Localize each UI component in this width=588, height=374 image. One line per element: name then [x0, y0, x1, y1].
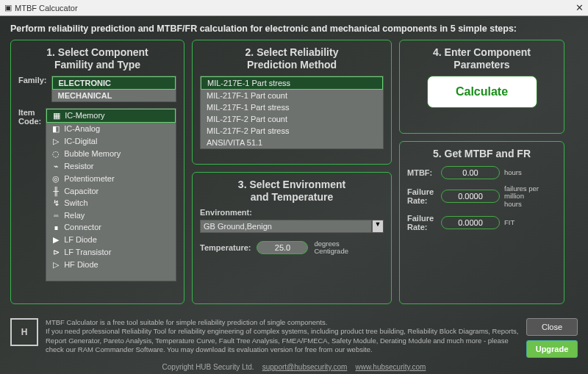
close-icon[interactable]: ✕	[576, 2, 584, 13]
method-mil217f2-count[interactable]: MIL-217F-2 Part count	[201, 113, 383, 125]
panel5-title: 5. Get MTBF and FR	[407, 148, 556, 160]
support-email-link[interactable]: support@hubsecurity.com	[262, 363, 348, 371]
environment-label: Environment:	[200, 208, 384, 217]
item-switch[interactable]: ↯Switch	[46, 197, 176, 209]
close-button[interactable]: Close	[526, 318, 578, 336]
panel-select-component: 1. Select Component Famility and Type Fa…	[10, 40, 184, 304]
bubble-icon: ◌	[51, 149, 61, 159]
mtbf-label: MTBF:	[407, 168, 437, 177]
fr2-label-l1: Failure	[407, 214, 434, 223]
chip-icon: ▦	[51, 111, 62, 121]
footer-line1: MTBF Calculator is a free tool suitable …	[46, 318, 519, 327]
fr2-unit: FIT	[504, 219, 514, 226]
chip-icon: ◧	[51, 124, 61, 134]
panel3-title-l1: 3. Select Environment	[238, 179, 345, 190]
fr1-unit-l2: million	[504, 192, 524, 200]
item-relay[interactable]: ⎓Relay	[46, 209, 176, 221]
fr1-label-l2: Rate:	[407, 196, 428, 205]
temperature-input[interactable]	[257, 241, 308, 254]
itemcode-label-l2: Code:	[18, 117, 41, 126]
item-lf-diode[interactable]: ▶LF Diode	[46, 234, 176, 246]
panel4-title-l1: 4. Enter Component	[433, 46, 531, 58]
fr1-unit-l3: hours	[504, 200, 522, 208]
temp-unit-l1: degrees	[314, 240, 339, 248]
method-mil217e1-stress[interactable]: MIL-217E-1 Part stress	[201, 76, 383, 90]
method-mil217f2-stress[interactable]: MIL-217F-2 Part stress	[201, 125, 383, 137]
itemcode-label-l1: Item	[18, 108, 35, 117]
window-title: MTBF Calcucator	[15, 4, 78, 12]
panel2-title-l1: 2. Select Reliability	[245, 46, 339, 58]
item-resistor[interactable]: ⌁Resistor	[46, 160, 176, 173]
panel-results: 5. Get MTBF and FR MTBF: hours Failure R…	[399, 141, 564, 304]
item-bubble-memory[interactable]: ◌Bubble Memory	[46, 148, 176, 160]
panel1-title-l1: 1. Select Component	[46, 46, 148, 58]
mtbf-value[interactable]	[441, 166, 500, 179]
method-mil217f1-stress[interactable]: MIL-217F-1 Part stress	[201, 101, 383, 113]
intro-text: Perform reliability prediction and MTBF/…	[10, 24, 578, 34]
fr2-label-l2: Rate:	[407, 223, 428, 231]
fr1-value[interactable]	[441, 190, 500, 203]
environment-select[interactable]: GB Ground,Benign	[200, 220, 372, 233]
temp-unit-l2: Centigrade	[314, 247, 348, 255]
relay-icon: ⎓	[51, 211, 61, 220]
copyright-text: Copyright HUB Security Ltd.	[162, 363, 254, 371]
panel-parameters: 4. Enter Component Parameters Calculate	[399, 40, 564, 134]
chevron-down-icon[interactable]: ▼	[372, 220, 384, 233]
app-body: Perform reliability prediction and MTBF/…	[0, 16, 588, 374]
panel4-title-l2: Parameters	[453, 59, 509, 71]
method-ansi-vita[interactable]: ANSI/VITA 51.1	[201, 137, 383, 148]
logo-icon: H	[10, 318, 38, 346]
mtbf-unit: hours	[504, 169, 522, 176]
app-icon: ▣	[4, 3, 12, 12]
item-lf-transistor[interactable]: ⊳LF Transistor	[46, 246, 176, 259]
item-ic-digital[interactable]: ▷IC-Digital	[46, 135, 176, 148]
fr1-label-l1: Failure	[407, 187, 434, 196]
panel1-title-l2: Famility and Type	[54, 59, 140, 71]
connector-icon: ∎	[51, 223, 61, 232]
method-list[interactable]: MIL-217E-1 Part stress MIL-217F-1 Part c…	[200, 76, 384, 149]
fr1-unit-l1: failures per	[504, 184, 539, 193]
temperature-label: Temperature:	[200, 243, 251, 252]
itemcode-list[interactable]: ▦IC-Memory ◧IC-Analog ▷IC-Digital ◌Bubbl…	[46, 108, 176, 281]
resistor-icon: ⌁	[51, 162, 61, 171]
calculate-button[interactable]: Calculate	[427, 76, 537, 108]
diode-icon: ▶	[51, 235, 61, 245]
panel2-title-l2: Prediction Method	[247, 59, 337, 71]
capacitor-icon: ╫	[51, 187, 61, 195]
diode-icon: ▷	[51, 260, 61, 270]
family-list[interactable]: ELECTRONIC MECHANICAL	[51, 76, 176, 102]
item-ic-memory[interactable]: ▦IC-Memory	[46, 109, 176, 123]
method-mil217f1-count[interactable]: MIL-217F-1 Part count	[201, 90, 383, 101]
family-label: Family:	[18, 76, 47, 84]
family-item-electronic[interactable]: ELECTRONIC	[52, 76, 176, 90]
item-capacitor[interactable]: ╫Capacitor	[46, 185, 176, 197]
fr2-value[interactable]	[441, 216, 500, 229]
panel3-title-l2: and Temperature	[251, 191, 334, 203]
panel-environment: 3. Select Environment and Temperature En…	[192, 172, 392, 304]
item-connector[interactable]: ∎Connector	[46, 221, 176, 234]
website-link[interactable]: www.hubsecurity.com	[355, 363, 426, 371]
panel-prediction-method: 2. Select Reliability Prediction Method …	[192, 40, 392, 165]
footer-line2: If you need professional Reliability Too…	[46, 327, 519, 354]
switch-icon: ↯	[51, 198, 61, 208]
chip-icon: ▷	[51, 137, 61, 146]
item-potentiometer[interactable]: ◎Potentiometer	[46, 173, 176, 185]
pot-icon: ◎	[51, 174, 61, 184]
upgrade-button[interactable]: Upgrade	[526, 340, 578, 358]
item-ic-analog[interactable]: ◧IC-Analog	[46, 123, 176, 135]
title-bar: ▣ MTBF Calcucator ✕	[0, 0, 588, 16]
family-item-mechanical[interactable]: MECHANICAL	[52, 90, 176, 101]
transistor-icon: ⊳	[51, 248, 61, 257]
item-hf-diode[interactable]: ▷HF Diode	[46, 259, 176, 271]
